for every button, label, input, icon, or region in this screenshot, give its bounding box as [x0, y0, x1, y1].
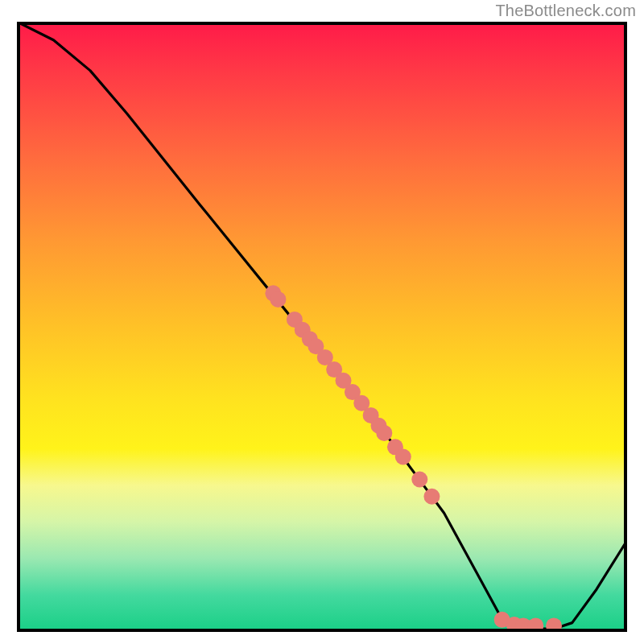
sample-point — [411, 472, 427, 488]
plot-svg — [17, 22, 627, 632]
sample-point — [546, 617, 562, 632]
sample-point — [527, 617, 543, 632]
sample-points-group — [265, 285, 562, 632]
chart-stage: TheBottleneck.com — [0, 0, 644, 644]
sample-point — [423, 489, 440, 505]
sample-point — [376, 425, 392, 441]
watermark-text: TheBottleneck.com — [495, 2, 636, 20]
sample-point — [270, 291, 286, 308]
bottleneck-curve — [17, 22, 627, 629]
sample-point — [395, 448, 411, 464]
plot-frame — [17, 22, 627, 632]
